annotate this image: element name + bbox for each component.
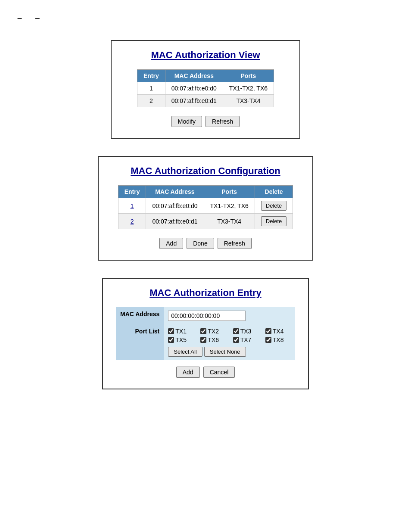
- port-tx5-item[interactable]: TX5: [168, 336, 193, 343]
- port-tx4-checkbox[interactable]: [265, 328, 271, 334]
- config-row2-entry[interactable]: 2: [118, 214, 146, 229]
- config-col-delete: Delete: [255, 186, 293, 198]
- port-tx6-checkbox[interactable]: [200, 337, 206, 343]
- port-list-row: Port List TX1 TX2: [116, 324, 295, 360]
- config-row1-ports: TX1-TX2, TX6: [204, 198, 255, 214]
- port-tx6-label: TX6: [208, 336, 219, 343]
- port-tx8-checkbox[interactable]: [265, 337, 271, 343]
- port-list-value-cell: TX1 TX2 TX3: [164, 324, 295, 360]
- select-none-button[interactable]: Select None: [204, 347, 246, 357]
- entry-form-table: MAC Address Port List TX1: [116, 307, 295, 360]
- table-row: 2 00:07:af:fb:e0:d1 TX3-TX4: [137, 95, 274, 107]
- port-tx4-item[interactable]: TX4: [265, 328, 291, 335]
- mac-auth-entry-panel: MAC Authorization Entry MAC Address Port…: [102, 278, 309, 389]
- view-row1-ports: TX1-TX2, TX6: [223, 82, 274, 95]
- modify-button[interactable]: Modify: [171, 116, 202, 127]
- delete-button-2[interactable]: Delete: [261, 216, 287, 226]
- port-tx2-label: TX2: [208, 328, 219, 335]
- select-all-button[interactable]: Select All: [168, 347, 202, 357]
- port-tx2-checkbox[interactable]: [200, 328, 206, 334]
- port-tx6-item[interactable]: TX6: [200, 336, 226, 343]
- cancel-button[interactable]: Cancel: [203, 367, 235, 378]
- port-tx8-item[interactable]: TX8: [265, 336, 291, 343]
- minimize-btn-1[interactable]: –: [17, 13, 22, 23]
- port-tx1-checkbox[interactable]: [168, 328, 174, 334]
- add-button[interactable]: Add: [159, 238, 183, 249]
- view-row2-ports: TX3-TX4: [223, 95, 274, 107]
- view-btn-row: Modify Refresh: [125, 116, 286, 127]
- refresh-button-2[interactable]: Refresh: [218, 238, 252, 249]
- config-row2-ports: TX3-TX4: [204, 214, 255, 229]
- view-row2-entry: 2: [137, 95, 165, 107]
- port-tx7-item[interactable]: TX7: [233, 336, 258, 343]
- delete-button-1[interactable]: Delete: [261, 201, 287, 211]
- view-row1-entry: 1: [137, 82, 165, 95]
- mac-address-row: MAC Address: [116, 307, 295, 324]
- port-tx4-label: TX4: [273, 328, 284, 335]
- page-content: MAC Authorization View Entry MAC Address…: [9, 27, 402, 402]
- port-tx7-checkbox[interactable]: [233, 337, 239, 343]
- view-col-ports: Ports: [223, 70, 274, 82]
- config-col-mac: MAC Address: [146, 186, 204, 198]
- config-col-entry: Entry: [118, 186, 146, 198]
- table-row: 2 00:07:af:fb:e0:d1 TX3-TX4 Delete: [118, 214, 293, 229]
- window-bar: – –: [9, 9, 402, 27]
- port-tx2-item[interactable]: TX2: [200, 328, 226, 335]
- mac-auth-config-table: Entry MAC Address Ports Delete 1 00:07:a…: [118, 185, 293, 229]
- mac-auth-config-panel: MAC Authorization Configuration Entry MA…: [98, 156, 313, 261]
- mac-address-label: MAC Address: [116, 307, 164, 324]
- config-btn-row: Add Done Refresh: [112, 238, 299, 249]
- port-tx5-checkbox[interactable]: [168, 337, 174, 343]
- mac-auth-view-panel: MAC Authorization View Entry MAC Address…: [111, 40, 300, 139]
- port-tx5-label: TX5: [175, 336, 187, 343]
- port-list-label: Port List: [116, 324, 164, 360]
- port-tx7-label: TX7: [240, 336, 252, 343]
- view-row2-mac: 00:07:af:fb:e0:d1: [165, 95, 223, 107]
- mac-auth-entry-title: MAC Authorization Entry: [116, 287, 295, 299]
- mac-auth-view-title: MAC Authorization View: [125, 50, 286, 61]
- table-row: 1 00:07:af:fb:e0:d0 TX1-TX2, TX6 Delete: [118, 198, 293, 214]
- port-tx3-item[interactable]: TX3: [233, 328, 258, 335]
- port-tx3-label: TX3: [240, 328, 252, 335]
- port-tx1-item[interactable]: TX1: [168, 328, 193, 335]
- mac-auth-config-title: MAC Authorization Configuration: [112, 165, 299, 177]
- port-tx8-label: TX8: [273, 336, 284, 343]
- mac-address-input[interactable]: [168, 311, 246, 321]
- config-col-ports: Ports: [204, 186, 255, 198]
- table-row: 1 00:07:af:fb:e0:d0 TX1-TX2, TX6: [137, 82, 274, 95]
- entry-add-button[interactable]: Add: [176, 367, 200, 378]
- config-row1-entry[interactable]: 1: [118, 198, 146, 214]
- view-row1-mac: 00:07:af:fb:e0:d0: [165, 82, 223, 95]
- select-btn-row: Select All Select None: [168, 347, 291, 357]
- entry-btn-row: Add Cancel: [116, 367, 295, 378]
- refresh-button[interactable]: Refresh: [206, 116, 240, 127]
- mac-address-value-cell: [164, 307, 295, 324]
- done-button[interactable]: Done: [187, 238, 214, 249]
- config-row1-mac: 00:07:af:fb:e0:d0: [146, 198, 204, 214]
- minimize-btn-2[interactable]: –: [35, 13, 40, 23]
- port-tx1-label: TX1: [175, 328, 187, 335]
- mac-auth-view-table: Entry MAC Address Ports 1 00:07:af:fb:e0…: [137, 69, 274, 107]
- config-row2-mac: 00:07:af:fb:e0:d1: [146, 214, 204, 229]
- port-grid: TX1 TX2 TX3: [168, 328, 291, 343]
- view-col-mac: MAC Address: [165, 70, 223, 82]
- config-row1-delete-cell: Delete: [255, 198, 293, 214]
- port-tx3-checkbox[interactable]: [233, 328, 239, 334]
- config-row2-delete-cell: Delete: [255, 214, 293, 229]
- view-col-entry: Entry: [137, 70, 165, 82]
